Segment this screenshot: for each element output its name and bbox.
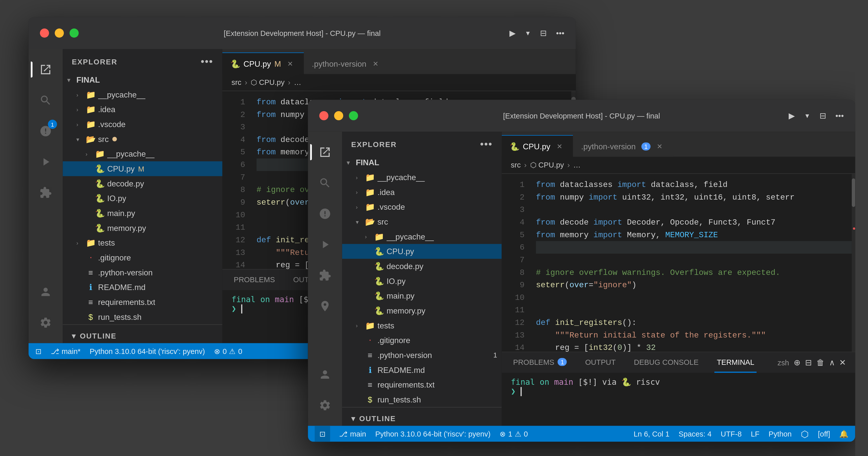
breadcrumb-file-2[interactable]: ⬡ CPU.py: [530, 161, 564, 169]
breadcrumb-more[interactable]: …: [294, 78, 301, 87]
explorer-icon-2[interactable]: [310, 137, 340, 167]
close-button-2[interactable]: [319, 111, 329, 120]
tree-item-readme-2[interactable]: ℹ README.md: [342, 362, 502, 378]
breadcrumb-src-2[interactable]: src: [511, 161, 521, 169]
status-extra[interactable]: ⬡: [801, 428, 809, 439]
terminal-close-icon-2[interactable]: ✕: [839, 358, 846, 367]
panel-tab-problems-2[interactable]: PROBLEMS 1: [511, 352, 569, 372]
tree-item-idea-2[interactable]: › 📁 .idea: [342, 185, 502, 200]
tree-item-pycache2[interactable]: › 📁 __pycache__: [63, 146, 222, 161]
tree-item-python-version-2[interactable]: ≡ .python-version 1: [342, 348, 502, 362]
tree-item-io[interactable]: 🐍 IO.py: [63, 191, 222, 206]
code-editor-2[interactable]: 12345 678910 1112131415 1617181920 21222…: [502, 174, 855, 352]
status-branch[interactable]: ⎇ main*: [51, 347, 81, 355]
debug-icon[interactable]: ▼: [525, 30, 531, 36]
debug-run-icon[interactable]: [31, 147, 60, 176]
tree-item-memory[interactable]: 🐍 memory.py: [63, 221, 222, 235]
terminal-new-icon-2[interactable]: ⊕: [794, 358, 801, 367]
tree-item-runtests-2[interactable]: $ run_tests.sh: [342, 392, 502, 407]
tree-item-memory-2[interactable]: 🐍 memory.py: [342, 303, 502, 318]
tree-item-src-2[interactable]: ▾ 📂 src: [342, 214, 502, 229]
panel-tab-problems[interactable]: PROBLEMS: [231, 269, 277, 290]
git-icon[interactable]: 1: [31, 116, 60, 146]
run-icon[interactable]: ▶: [509, 29, 516, 38]
status-branch-2[interactable]: ⎇ main: [339, 429, 366, 438]
account-icon-2[interactable]: [310, 360, 340, 389]
scrollbar-2[interactable]: [852, 174, 856, 352]
breadcrumb-more-2[interactable]: …: [574, 161, 581, 169]
tree-item-readme[interactable]: ℹ README.md: [63, 280, 222, 295]
panel-tab-output-2[interactable]: OUTPUT: [583, 352, 618, 372]
tree-item-idea[interactable]: › 📁 .idea: [63, 102, 222, 117]
scrollbar-thumb-2[interactable]: [852, 178, 856, 207]
status-remote-2[interactable]: ⊡: [315, 426, 330, 442]
tree-item-vscode-2[interactable]: › 📁 .vscode: [342, 200, 502, 215]
outline-header[interactable]: ▾ OUTLINE: [63, 329, 222, 343]
close-button[interactable]: [40, 29, 49, 38]
status-language-2[interactable]: Python: [769, 428, 792, 439]
maximize-button-2[interactable]: [349, 111, 358, 120]
tree-item-gitignore[interactable]: ⬝ .gitignore: [63, 250, 222, 265]
status-eol-2[interactable]: LF: [751, 428, 760, 439]
status-errors[interactable]: ⊗ 0 ⚠ 0: [214, 347, 242, 355]
tree-item-pycache1-2[interactable]: › 📁 __pycache__: [342, 170, 502, 185]
search-icon-2[interactable]: [310, 168, 340, 198]
terminal-trash-icon-2[interactable]: 🗑: [816, 358, 825, 367]
split-icon-2[interactable]: ⊟: [819, 111, 826, 120]
tab-cpu-py-2[interactable]: 🐍 CPU.py ✕: [502, 135, 573, 157]
tree-item-gitignore-2[interactable]: ⬝ .gitignore: [342, 333, 502, 348]
debug-run-icon-2[interactable]: [310, 230, 340, 259]
search-icon[interactable]: [31, 86, 60, 115]
tree-item-pycache1[interactable]: › 📁 __pycache__: [63, 87, 222, 102]
tree-item-tests[interactable]: › 📁 tests: [63, 235, 222, 250]
explorer-icon[interactable]: [31, 55, 60, 85]
tab-python-version-2[interactable]: .python-version 1 ✕: [573, 135, 674, 157]
tab-cpu-py-1[interactable]: 🐍 CPU.py M ✕: [222, 53, 304, 74]
panel-tab-debug-2[interactable]: DEBUG CONSOLE: [632, 352, 701, 372]
tree-root-2[interactable]: ▾ FINAL: [342, 155, 502, 170]
remote-icon-2[interactable]: [310, 291, 340, 321]
tree-item-main[interactable]: 🐍 main.py: [63, 206, 222, 221]
tree-item-main-2[interactable]: 🐍 main.py: [342, 289, 502, 303]
settings-icon-2[interactable]: [310, 391, 340, 420]
status-errors-2[interactable]: ⊗ 1 ⚠ 0: [500, 429, 528, 438]
tree-root[interactable]: ▾ FINAL: [63, 72, 222, 88]
tree-item-decode-2[interactable]: 🐍 decode.py: [342, 259, 502, 273]
sidebar-more-icon[interactable]: •••: [200, 56, 213, 68]
debug-icon-2[interactable]: ▼: [804, 112, 810, 119]
code-content-2[interactable]: from dataclasses import dataclass, field…: [531, 174, 852, 352]
tab-python-version-1[interactable]: .python-version ✕: [304, 53, 389, 74]
panel-tab-terminal-2[interactable]: TERMINAL: [715, 352, 756, 372]
terminal-split-icon-2[interactable]: ⊟: [805, 358, 812, 367]
more-icon[interactable]: •••: [556, 29, 564, 38]
sidebar-more-icon-2[interactable]: •••: [480, 138, 493, 150]
tree-item-python-version[interactable]: ≡ .python-version: [63, 265, 222, 280]
extensions-icon-2[interactable]: [310, 260, 340, 290]
tree-item-pycache2-2[interactable]: › 📁 __pycache__: [342, 229, 502, 244]
status-spaces-2[interactable]: Spaces: 4: [679, 428, 711, 439]
tree-item-tests-2[interactable]: › 📁 tests: [342, 318, 502, 333]
tree-item-io-2[interactable]: 🐍 IO.py: [342, 273, 502, 289]
traffic-lights-1[interactable]: [40, 29, 79, 38]
tree-item-runtests[interactable]: $ run_tests.sh: [63, 310, 222, 324]
split-icon[interactable]: ⊟: [540, 29, 547, 38]
status-remote[interactable]: ⊡: [35, 347, 42, 355]
minimize-button[interactable]: [55, 29, 64, 38]
tab-close-button[interactable]: ✕: [370, 58, 381, 69]
tree-item-decode[interactable]: 🐍 decode.py: [63, 176, 222, 191]
more-icon-2[interactable]: •••: [835, 111, 844, 120]
terminal-content-2[interactable]: final on main [$!] via 🐍 riscv ❯: [502, 373, 855, 426]
git-icon-2[interactable]: [310, 199, 340, 228]
status-python-2[interactable]: Python 3.10.0 64-bit ('riscv': pyenv): [375, 429, 491, 438]
tab-close-button-2b[interactable]: ✕: [654, 140, 665, 152]
tree-item-requirements-2[interactable]: ≡ requirements.txt: [342, 378, 502, 392]
run-icon-2[interactable]: ▶: [789, 111, 795, 120]
settings-icon[interactable]: [31, 308, 60, 337]
status-off[interactable]: [off]: [818, 428, 830, 439]
status-encoding-2[interactable]: UTF-8: [721, 428, 742, 439]
status-notifications[interactable]: 🔔: [839, 428, 848, 439]
tree-item-requirements[interactable]: ≡ requirements.txt: [63, 295, 222, 310]
status-python[interactable]: Python 3.10.0 64-bit ('riscv': pyenv): [90, 347, 205, 355]
tree-item-cpu-2[interactable]: 🐍 CPU.py: [342, 244, 502, 259]
traffic-lights-2[interactable]: [319, 111, 358, 120]
